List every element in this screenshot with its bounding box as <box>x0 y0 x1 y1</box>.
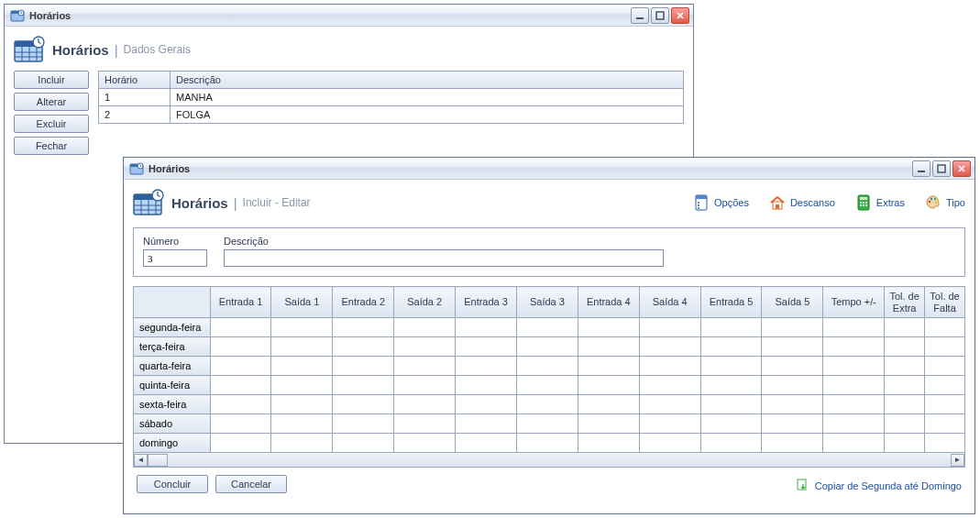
schedule-cell[interactable] <box>456 337 517 357</box>
col-header[interactable]: Entrada 3 <box>456 287 517 318</box>
close-button[interactable] <box>952 160 971 177</box>
schedule-cell[interactable] <box>762 318 823 337</box>
schedule-cell[interactable] <box>456 376 517 395</box>
schedule-cell[interactable] <box>333 414 394 434</box>
schedule-cell[interactable] <box>456 414 517 434</box>
opcoes-button[interactable]: Opções <box>693 194 749 211</box>
schedule-cell[interactable] <box>762 357 823 376</box>
schedule-cell[interactable] <box>925 395 965 414</box>
schedule-cell[interactable] <box>394 395 456 414</box>
minimize-button[interactable] <box>912 160 930 177</box>
maximize-button[interactable] <box>651 7 669 24</box>
col-header[interactable]: Entrada 4 <box>578 287 639 318</box>
schedule-grid[interactable]: Entrada 1 Saída 1 Entrada 2 Saída 2 Entr… <box>133 286 965 453</box>
schedule-cell[interactable] <box>271 395 333 414</box>
concluir-button[interactable]: Concluir <box>137 475 208 493</box>
scroll-track[interactable] <box>148 454 951 467</box>
schedule-cell[interactable] <box>210 357 271 376</box>
descricao-input[interactable] <box>224 249 664 267</box>
col-horario[interactable]: Horário <box>99 72 171 89</box>
schedule-cell[interactable] <box>700 414 762 434</box>
schedule-row[interactable]: segunda-feira <box>134 318 965 337</box>
col-header[interactable]: Saída 4 <box>639 287 700 318</box>
schedule-cell[interactable] <box>700 395 762 414</box>
schedule-cell[interactable] <box>210 337 271 357</box>
schedule-cell[interactable] <box>333 357 394 376</box>
alterar-button[interactable]: Alterar <box>14 93 89 111</box>
schedule-cell[interactable] <box>394 337 456 357</box>
col-header[interactable]: Entrada 5 <box>700 287 762 318</box>
schedule-cell[interactable] <box>885 357 925 376</box>
schedule-row[interactable]: quinta-feira <box>134 376 965 395</box>
schedule-cell[interactable] <box>333 434 394 453</box>
schedule-cell[interactable] <box>762 414 823 434</box>
schedule-cell[interactable] <box>823 414 885 434</box>
col-header[interactable]: Tol. de Falta <box>925 287 965 318</box>
copy-week-link[interactable]: Copiar de Segunda até Domingo <box>796 479 962 493</box>
col-header[interactable]: Saída 1 <box>271 287 333 318</box>
col-header[interactable]: Entrada 2 <box>333 287 394 318</box>
schedule-row[interactable]: domingo <box>134 434 965 453</box>
schedule-cell[interactable] <box>700 318 762 337</box>
schedule-cell[interactable] <box>333 376 394 395</box>
excluir-button[interactable]: Excluir <box>14 115 89 133</box>
schedule-cell[interactable] <box>271 357 333 376</box>
schedule-cell[interactable] <box>925 434 965 453</box>
schedule-cell[interactable] <box>885 337 925 357</box>
schedule-cell[interactable] <box>762 337 823 357</box>
schedule-cell[interactable] <box>639 318 700 337</box>
minimize-button[interactable] <box>631 7 649 24</box>
schedule-cell[interactable] <box>762 434 823 453</box>
descanso-button[interactable]: Descanso <box>769 194 835 211</box>
schedule-cell[interactable] <box>700 434 762 453</box>
schedule-cell[interactable] <box>394 434 456 453</box>
table-row[interactable]: 2 FOLGA <box>99 106 684 124</box>
maximize-button[interactable] <box>932 160 951 177</box>
col-header[interactable]: Tol. de Extra <box>885 287 925 318</box>
col-header[interactable]: Saída 2 <box>394 287 456 318</box>
schedule-cell[interactable] <box>578 434 639 453</box>
schedule-row[interactable]: terça-feira <box>134 337 965 357</box>
numero-input[interactable] <box>143 249 207 267</box>
schedule-cell[interactable] <box>700 337 762 357</box>
schedule-cell[interactable] <box>639 357 700 376</box>
schedule-cell[interactable] <box>516 395 578 414</box>
schedule-cell[interactable] <box>823 357 885 376</box>
horarios-grid[interactable]: Horário Descrição 1 MANHA 2 FOLGA <box>98 71 684 124</box>
schedule-cell[interactable] <box>333 395 394 414</box>
titlebar[interactable]: Horários <box>124 158 974 180</box>
schedule-cell[interactable] <box>578 414 639 434</box>
col-header[interactable]: Tempo +/- <box>823 287 885 318</box>
schedule-cell[interactable] <box>639 434 700 453</box>
schedule-cell[interactable] <box>516 414 578 434</box>
schedule-cell[interactable] <box>210 318 271 337</box>
schedule-cell[interactable] <box>394 376 456 395</box>
extras-button[interactable]: Extras <box>855 194 905 211</box>
schedule-cell[interactable] <box>762 376 823 395</box>
schedule-cell[interactable] <box>516 357 578 376</box>
scroll-right-arrow[interactable]: ► <box>951 454 964 467</box>
schedule-cell[interactable] <box>394 318 456 337</box>
schedule-cell[interactable] <box>639 395 700 414</box>
schedule-cell[interactable] <box>516 318 578 337</box>
schedule-cell[interactable] <box>456 395 517 414</box>
schedule-row[interactable]: quarta-feira <box>134 357 965 376</box>
col-header[interactable]: Saída 3 <box>516 287 578 318</box>
schedule-cell[interactable] <box>925 414 965 434</box>
table-row[interactable]: 1 MANHA <box>99 89 684 106</box>
schedule-cell[interactable] <box>516 434 578 453</box>
schedule-cell[interactable] <box>823 376 885 395</box>
scroll-thumb[interactable] <box>148 454 168 467</box>
schedule-cell[interactable] <box>394 357 456 376</box>
schedule-cell[interactable] <box>271 414 333 434</box>
tipo-button[interactable]: Tipo <box>925 194 965 211</box>
schedule-cell[interactable] <box>210 395 271 414</box>
schedule-cell[interactable] <box>639 337 700 357</box>
schedule-cell[interactable] <box>925 337 965 357</box>
incluir-button[interactable]: Incluir <box>14 71 89 89</box>
schedule-cell[interactable] <box>456 357 517 376</box>
schedule-cell[interactable] <box>823 318 885 337</box>
schedule-cell[interactable] <box>456 318 517 337</box>
schedule-cell[interactable] <box>578 318 639 337</box>
horizontal-scrollbar[interactable]: ◄ ► <box>133 453 965 468</box>
